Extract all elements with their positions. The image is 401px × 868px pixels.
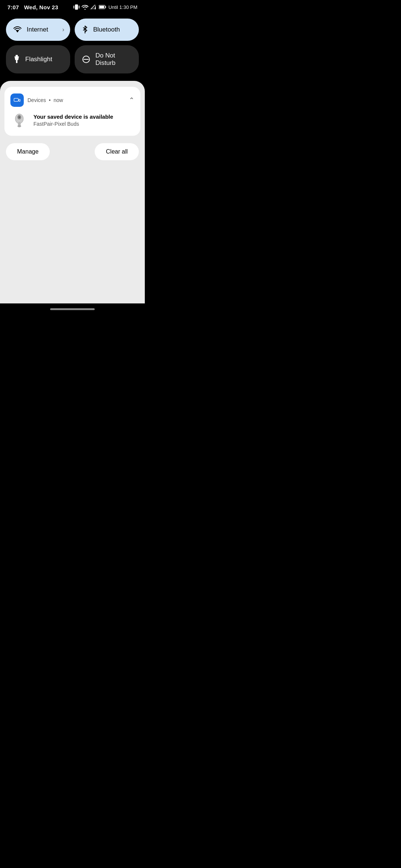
notification-panel: Devices • now ⌃ Your saved device — [0, 81, 145, 303]
tile-internet[interactable]: Internet › — [6, 19, 70, 41]
status-time: 7:07 — [7, 4, 19, 10]
status-icons: Until 1:30 PM — [74, 4, 137, 10]
status-date: Wed, Nov 23 — [24, 4, 58, 10]
tile-bluetooth-label: Bluetooth — [93, 26, 120, 33]
devices-app-icon — [10, 93, 24, 107]
svg-point-20 — [17, 125, 21, 127]
svg-rect-10 — [16, 60, 17, 63]
svg-rect-9 — [16, 55, 18, 56]
notification-header: Devices • now ⌃ — [10, 93, 134, 107]
signal-icon — [91, 4, 97, 10]
status-time-date: 7:07 Wed, Nov 23 — [7, 4, 58, 10]
tile-dnd-label: Do Not Disturb — [95, 52, 131, 67]
pixel-buds-icon — [10, 111, 28, 129]
notification-header-left: Devices • now — [10, 93, 63, 107]
svg-rect-5 — [105, 6, 106, 8]
quick-settings-grid: Internet › Bluetooth Flashlight — [0, 13, 145, 81]
bluetooth-tile-icon — [82, 25, 88, 34]
tile-internet-label: Internet — [27, 26, 48, 33]
svg-rect-6 — [99, 6, 104, 9]
svg-rect-0 — [75, 4, 78, 10]
tile-flashlight[interactable]: Flashlight — [6, 45, 70, 73]
manage-button[interactable]: Manage — [6, 143, 50, 160]
notification-subtitle: FastPair-Pixel Buds — [33, 121, 113, 127]
svg-point-18 — [19, 116, 20, 118]
notification-title: Your saved device is available — [33, 114, 113, 120]
chevron-right-icon: › — [62, 26, 64, 33]
clear-all-button[interactable]: Clear all — [95, 143, 139, 160]
tile-bluetooth[interactable]: Bluetooth — [75, 19, 139, 41]
notification-content: Your saved device is available FastPair-… — [10, 111, 134, 129]
home-indicator — [50, 308, 95, 310]
vibrate-icon — [74, 4, 79, 10]
wifi-icon — [82, 4, 88, 10]
battery-label: Until 1:30 PM — [108, 4, 137, 10]
svg-rect-1 — [74, 6, 74, 9]
svg-rect-2 — [79, 6, 79, 9]
flashlight-tile-icon — [13, 55, 20, 64]
action-buttons: Manage Clear all — [4, 140, 140, 163]
battery-icon — [99, 5, 106, 9]
svg-rect-13 — [14, 98, 19, 101]
tile-dnd[interactable]: Do Not Disturb — [75, 45, 139, 73]
tile-flashlight-label: Flashlight — [25, 56, 52, 63]
notification-card: Devices • now ⌃ Your saved device — [4, 87, 140, 136]
svg-rect-14 — [19, 99, 20, 102]
dnd-tile-icon — [82, 55, 90, 63]
notification-text: Your saved device is available FastPair-… — [33, 114, 113, 127]
wifi-tile-icon — [13, 26, 22, 33]
status-bar: 7:07 Wed, Nov 23 — [0, 0, 145, 13]
notification-collapse-icon[interactable]: ⌃ — [129, 96, 134, 104]
notification-app-name: Devices • now — [27, 97, 63, 103]
